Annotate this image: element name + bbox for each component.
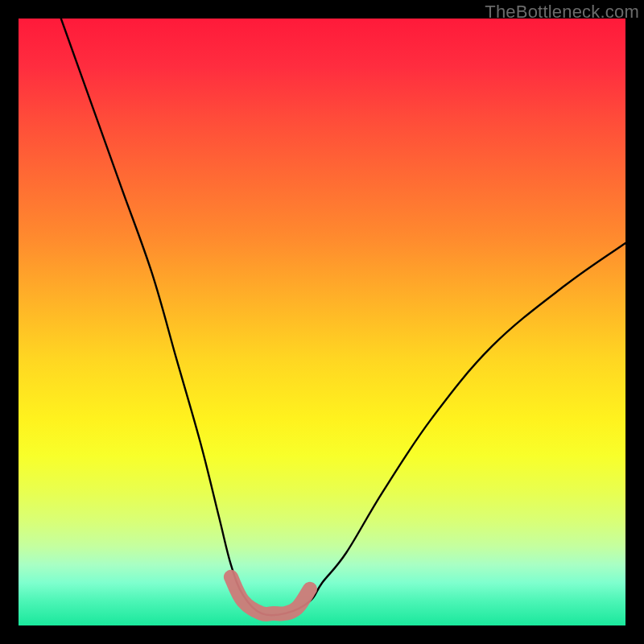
chart-plot-area bbox=[19, 19, 625, 625]
bottleneck-curve-path bbox=[61, 19, 625, 615]
sweet-spot-marker-path bbox=[231, 577, 310, 614]
chart-overlay-svg bbox=[19, 19, 625, 625]
